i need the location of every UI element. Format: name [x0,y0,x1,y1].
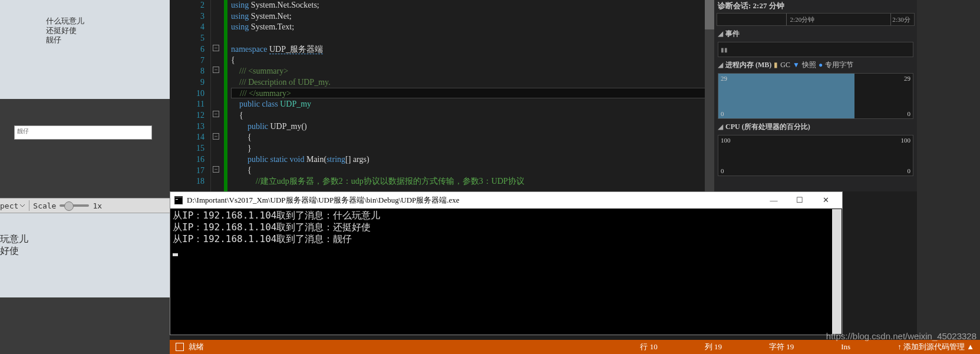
inspect-label: pect [0,201,18,210]
fold-icon[interactable]: − [213,111,219,117]
right-panel-strip [917,0,980,354]
snapshot-marker-icon: ▼ [793,61,800,70]
chevron-down-icon [19,203,25,209]
console-titlebar[interactable]: D:\Important\Vs2017_Xm\UDP服务器端\UDP服务器端\b… [170,192,842,209]
console-cursor [173,253,178,256]
status-col: 列 19 [705,342,722,352]
status-bar: 就绪 行 10 列 19 字符 19 Ins ↑ 添加到源代码管理 ▲ [170,340,980,354]
unity-input-field[interactable]: 靓仔 [14,125,152,140]
diag-timeline[interactable]: 2:20分钟 2:30分 [717,13,915,26]
diag-session-title: 诊断会话: 2:27 分钟 [714,0,917,12]
fold-icon[interactable]: − [213,67,219,73]
fold-gutter[interactable]: − − − − − [211,0,224,191]
diag-events-box[interactable]: ▮▮ [718,42,913,57]
fold-icon[interactable]: − [213,166,219,173]
status-char: 字符 19 [769,342,794,352]
fold-icon[interactable]: − [213,45,219,51]
console-title-text: D:\Important\Vs2017_Xm\UDP服务器端\UDP服务器端\b… [187,195,460,206]
svg-rect-1 [175,198,182,204]
unity-game-view[interactable]: 什么玩意儿 还挺好使 靓仔 靓仔 [0,0,170,198]
diag-events-header[interactable]: ◢事件 [714,27,917,41]
upload-icon: ↑ [897,342,902,351]
scale-slider[interactable] [60,204,89,207]
fold-icon[interactable]: − [213,133,219,140]
timeline-tick: 2:30分 [892,15,910,24]
code-area[interactable]: using System.Net.Sockets; using System.N… [227,0,714,191]
status-icon [176,343,184,351]
private-bytes-icon: ● [819,61,823,70]
scale-value: 1x [93,201,102,210]
triangle-down-icon: ◢ [718,123,723,131]
timeline-tick: 2:20分钟 [790,15,815,24]
memory-chart[interactable]: 2929 00 [718,73,913,119]
diag-memory-header[interactable]: ◢进程内存 (MB) ▮GC ▼快照 ●专用字节 [714,58,917,72]
unity-toolbar: pect Scale 1x [0,198,170,213]
inspect-dropdown[interactable]: pect [0,201,25,210]
unity-bottom-view[interactable]: 玩意儿 好使 [0,213,170,354]
console-line: 从IP：192.168.1.104取到了消息：靓仔 [173,233,840,245]
gc-marker-icon: ▮ [774,61,778,70]
console-line: 从IP：192.168.1.104取到了消息：还挺好使 [173,221,840,233]
cpu-chart[interactable]: 100100 00 [718,135,913,176]
status-ins: Ins [841,342,850,352]
diagnostics-panel: 诊断会话: 2:27 分钟 2:20分钟 2:30分 ◢事件 ▮▮ ◢进程内存 … [714,0,917,191]
svg-rect-2 [176,199,178,200]
status-scm[interactable]: ↑ 添加到源代码管理 ▲ [897,342,974,352]
unity-panel: 什么玩意儿 还挺好使 靓仔 靓仔 pect Scale 1x 玩意儿 好使 [0,0,170,354]
toolbar-separator [29,200,29,211]
pause-icon: ▮▮ [721,47,728,53]
console-output[interactable]: 从IP：192.168.1.104取到了消息：什么玩意儿 从IP：192.168… [170,209,842,335]
exe-icon [174,196,183,205]
console-scrollbar[interactable] [832,209,842,334]
close-button[interactable]: ✕ [813,192,839,209]
scrollbar-thumb[interactable] [705,0,714,29]
triangle-down-icon: ◢ [718,61,723,70]
code-editor[interactable]: 2345 6789 10111213 14151617 18 − − − − −… [170,0,714,191]
unity-game-text: 什么玩意儿 还挺好使 靓仔 [46,16,84,45]
status-ready: 就绪 [189,342,204,352]
console-line: 从IP：192.168.1.104取到了消息：什么玩意儿 [173,210,840,221]
watermark: https://blog.csdn.net/weixin_45023328 [826,331,976,341]
scale-label: Scale [33,201,56,210]
console-window: D:\Important\Vs2017_Xm\UDP服务器端\UDP服务器端\b… [170,191,843,335]
minimize-button[interactable]: — [761,192,787,209]
triangle-down-icon: ◢ [718,29,723,38]
status-line: 行 10 [640,342,657,352]
maximize-button[interactable]: ☐ [787,192,813,209]
editor-scrollbar[interactable] [705,0,714,191]
diag-cpu-header[interactable]: ◢CPU (所有处理器的百分比) [714,120,917,134]
line-gutter: 2345 6789 10111213 14151617 18 [170,0,211,191]
unity-bottom-text: 玩意儿 好使 [0,233,28,257]
